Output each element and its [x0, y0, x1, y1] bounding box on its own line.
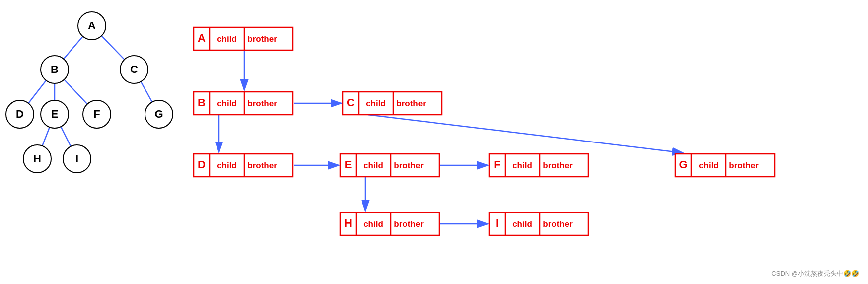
tree-diagram: A B C D E F G H I [0, 0, 179, 284]
svg-text:child: child [512, 219, 532, 229]
svg-text:child: child [217, 99, 237, 108]
svg-text:child: child [699, 161, 719, 170]
svg-text:B: B [198, 96, 206, 109]
watermark: CSDN @小沈熬夜秃头中🤣🤣 [771, 269, 859, 278]
svg-text:child: child [363, 219, 383, 229]
svg-text:I: I [496, 217, 499, 229]
svg-text:I: I [75, 152, 78, 165]
svg-text:C: C [130, 63, 138, 75]
svg-text:brother: brother [396, 99, 426, 108]
svg-text:F: F [93, 108, 100, 120]
svg-text:H: H [33, 152, 41, 165]
svg-text:C: C [347, 96, 355, 109]
svg-text:brother: brother [247, 99, 277, 108]
svg-rect-35 [194, 27, 293, 50]
svg-rect-65 [489, 154, 588, 177]
svg-rect-71 [675, 154, 775, 177]
svg-text:E: E [345, 158, 352, 171]
svg-text:brother: brother [247, 161, 277, 170]
svg-text:G: G [679, 158, 687, 171]
svg-text:child: child [217, 161, 237, 170]
svg-text:E: E [51, 108, 59, 120]
cb-diagram: A child brother B child brother C child … [179, 0, 868, 284]
svg-text:A: A [198, 32, 206, 44]
svg-line-32 [368, 115, 683, 153]
svg-text:brother: brother [394, 161, 424, 170]
svg-text:G: G [154, 108, 163, 120]
svg-text:child: child [363, 161, 383, 170]
svg-rect-77 [340, 213, 439, 235]
svg-text:B: B [51, 63, 59, 75]
svg-rect-53 [194, 154, 293, 177]
svg-text:child: child [217, 34, 237, 44]
svg-rect-59 [340, 154, 439, 177]
svg-text:brother: brother [247, 34, 277, 44]
svg-text:D: D [198, 158, 206, 171]
svg-text:A: A [88, 19, 96, 32]
svg-text:F: F [494, 158, 500, 171]
svg-rect-47 [343, 92, 442, 115]
svg-text:brother: brother [543, 161, 573, 170]
svg-rect-41 [194, 92, 293, 115]
svg-rect-83 [489, 213, 588, 235]
svg-text:H: H [344, 217, 352, 229]
svg-text:child: child [512, 161, 532, 170]
svg-text:brother: brother [394, 219, 424, 229]
svg-text:D: D [16, 108, 24, 120]
svg-text:brother: brother [729, 161, 759, 170]
svg-text:child: child [366, 99, 386, 108]
svg-text:brother: brother [543, 219, 573, 229]
